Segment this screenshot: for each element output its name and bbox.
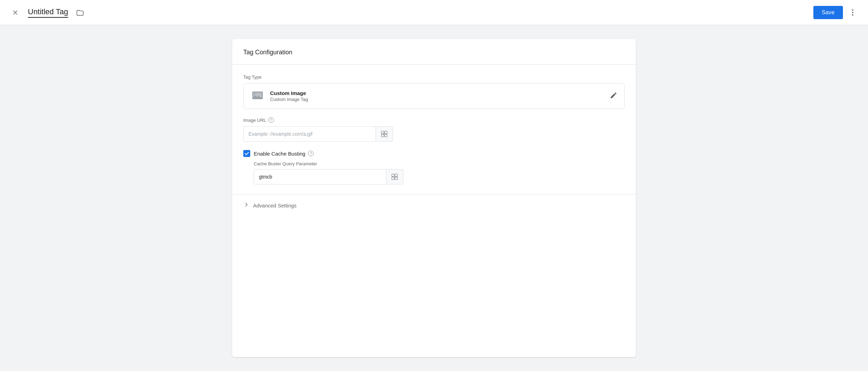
image-url-input[interactable] [243, 126, 376, 142]
folder-button[interactable] [74, 6, 86, 19]
main-content: Tag Configuration Tag Type [0, 25, 868, 371]
tag-type-section: Tag Type Custom Imag [243, 74, 625, 109]
chevron-right-icon [243, 202, 250, 210]
svg-point-2 [254, 93, 255, 95]
cache-busting-row: Enable Cache Busting ? [243, 150, 625, 157]
variable-icon-2 [391, 173, 399, 181]
image-url-help-icon[interactable]: ? [268, 117, 274, 123]
svg-rect-6 [385, 134, 387, 137]
tag-type-label: Tag Type [243, 74, 625, 80]
edit-tag-type-button[interactable] [610, 92, 617, 101]
tag-config-card: Tag Configuration Tag Type [232, 39, 636, 357]
tag-type-left: Custom Image Custom Image Tag [251, 89, 308, 103]
more-icon [852, 9, 853, 16]
cache-busting-label: Enable Cache Busting ? [254, 151, 314, 157]
svg-rect-10 [395, 177, 397, 180]
page-title[interactable]: Untitled Tag [28, 7, 68, 18]
image-url-label: Image URL ? [243, 117, 625, 123]
card-title: Tag Configuration [243, 49, 292, 56]
cache-buster-param-input[interactable] [254, 169, 386, 184]
cache-busting-section: Enable Cache Busting ? Cache Buster Quer… [243, 150, 625, 184]
image-url-section: Image URL ? [243, 117, 625, 142]
cache-buster-variable-button[interactable] [386, 169, 403, 184]
advanced-settings-section: Advanced Settings [232, 194, 636, 218]
image-url-variable-button[interactable] [376, 126, 393, 142]
save-button[interactable]: Save [813, 6, 843, 19]
tag-type-icon [251, 89, 265, 103]
folder-icon [76, 9, 84, 16]
close-button[interactable] [8, 6, 22, 19]
svg-rect-5 [381, 134, 384, 137]
header-right: Save [813, 6, 860, 19]
card-body: Tag Type Custom Imag [232, 65, 636, 194]
advanced-settings-label: Advanced Settings [253, 203, 297, 208]
cache-buster-param-section: Cache Buster Query Parameter [254, 161, 625, 184]
header: Untitled Tag Save [0, 0, 868, 25]
cache-buster-param-label: Cache Buster Query Parameter [254, 161, 625, 166]
svg-rect-4 [385, 131, 387, 134]
svg-rect-8 [395, 174, 397, 176]
tag-type-desc: Custom Image Tag [270, 97, 308, 102]
cache-busting-help-icon[interactable]: ? [308, 151, 314, 156]
svg-rect-7 [392, 174, 394, 176]
card-header: Tag Configuration [232, 39, 636, 64]
tag-type-selector[interactable]: Custom Image Custom Image Tag [243, 83, 625, 109]
cache-buster-param-input-row [254, 169, 625, 184]
advanced-settings-toggle[interactable]: Advanced Settings [243, 202, 625, 210]
tag-type-info: Custom Image Custom Image Tag [270, 90, 308, 102]
cache-busting-checkbox[interactable] [243, 150, 250, 157]
more-options-button[interactable] [846, 6, 860, 19]
svg-rect-3 [381, 131, 384, 134]
header-left: Untitled Tag [8, 6, 86, 19]
check-icon [244, 151, 249, 156]
variable-icon [380, 130, 388, 138]
tag-type-name: Custom Image [270, 90, 308, 96]
close-icon [12, 9, 19, 16]
svg-rect-9 [392, 177, 394, 180]
image-url-input-row [243, 126, 625, 142]
